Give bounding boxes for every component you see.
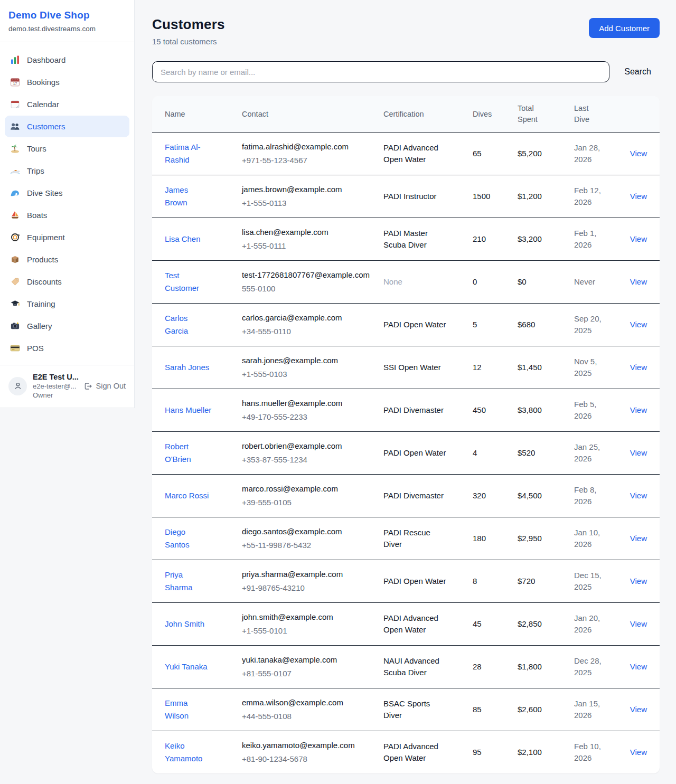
certification-cell: PADI Instructor bbox=[383, 175, 473, 218]
dives-cell: 95 bbox=[473, 731, 518, 774]
dives-cell: 1500 bbox=[473, 175, 518, 218]
view-link[interactable]: View bbox=[630, 491, 647, 500]
palm-island-icon bbox=[10, 144, 20, 154]
column-header-last-dive: Last Dive bbox=[574, 96, 625, 133]
contact-cell: priya.sharma@example.com +91-98765-43210 bbox=[242, 560, 383, 603]
customers-table: Name Contact Certification Dives Total S… bbox=[152, 96, 660, 773]
view-link[interactable]: View bbox=[630, 234, 647, 243]
customer-name-link[interactable]: Priya Sharma bbox=[165, 569, 212, 594]
search-button[interactable]: Search bbox=[624, 67, 651, 77]
certification-text: PADI Divemaster bbox=[383, 490, 444, 502]
sidebar-item-dashboard[interactable]: Dashboard bbox=[5, 49, 129, 71]
sidebar-item-calendar[interactable]: Calendar bbox=[5, 93, 129, 115]
last-dive-cell: Nov 5, 2025 bbox=[574, 346, 625, 389]
customer-name-link[interactable]: Hans Mueller bbox=[165, 404, 211, 417]
last-dive-cell: Feb 1, 2026 bbox=[574, 218, 625, 261]
certification-text: PADI Open Water bbox=[383, 575, 446, 588]
sidebar-item-tours[interactable]: Tours bbox=[5, 138, 129, 159]
view-link[interactable]: View bbox=[630, 192, 647, 201]
customer-name-link[interactable]: Carlos Garcia bbox=[165, 312, 212, 337]
sign-out-button[interactable]: Sign Out bbox=[83, 382, 126, 391]
total-spent-cell: $720 bbox=[518, 560, 574, 603]
view-link[interactable]: View bbox=[630, 405, 647, 414]
customer-name-link[interactable]: John Smith bbox=[165, 618, 204, 630]
dives-cell: 8 bbox=[473, 560, 518, 603]
bookings-calendar-icon: 17 bbox=[10, 77, 20, 87]
sidebar-item-pos[interactable]: POS bbox=[5, 337, 129, 359]
certification-cell: PADI Advanced Open Water bbox=[383, 133, 473, 175]
table-row: Hans Mueller hans.mueller@example.com +4… bbox=[152, 389, 660, 432]
view-link[interactable]: View bbox=[630, 534, 647, 543]
view-link[interactable]: View bbox=[630, 320, 647, 329]
add-customer-button[interactable]: Add Customer bbox=[589, 18, 660, 38]
sidebar-item-customers[interactable]: Customers bbox=[5, 116, 129, 137]
sidebar-item-products[interactable]: Products bbox=[5, 249, 129, 270]
total-spent-cell: $0 bbox=[518, 261, 574, 304]
table-row: Keiko Yamamoto keiko.yamamoto@example.co… bbox=[152, 731, 660, 774]
customer-name-link[interactable]: Emma Wilson bbox=[165, 697, 212, 722]
table-row: Marco Rossi marco.rossi@example.com +39-… bbox=[152, 475, 660, 517]
customer-name-link[interactable]: Sarah Jones bbox=[165, 361, 209, 374]
table-row: Fatima Al-Rashid fatima.alrashid@example… bbox=[152, 133, 660, 175]
contact-cell: diego.santos@example.com +55-11-99876-54… bbox=[242, 517, 383, 560]
customer-name-link[interactable]: Keiko Yamamoto bbox=[165, 740, 212, 765]
sidebar-item-label: Dive Sites bbox=[27, 188, 63, 197]
total-spent-cell: $3,200 bbox=[518, 218, 574, 261]
dives-cell: 28 bbox=[473, 646, 518, 688]
total-spent-cell: $520 bbox=[518, 432, 574, 475]
certification-cell: PADI Advanced Open Water bbox=[383, 731, 473, 774]
view-link[interactable]: View bbox=[630, 277, 647, 286]
dives-cell: 180 bbox=[473, 517, 518, 560]
view-link[interactable]: View bbox=[630, 748, 647, 757]
contact-cell: lisa.chen@example.com +1-555-0111 bbox=[242, 218, 383, 261]
view-link[interactable]: View bbox=[630, 577, 647, 585]
view-link[interactable]: View bbox=[630, 448, 647, 457]
column-header-actions bbox=[625, 96, 660, 133]
view-link[interactable]: View bbox=[630, 149, 647, 158]
sidebar-item-label: Tours bbox=[27, 144, 46, 153]
sign-out-label: Sign Out bbox=[96, 382, 126, 390]
sidebar-item-gallery[interactable]: Gallery bbox=[5, 315, 129, 337]
customer-name-link[interactable]: James Brown bbox=[165, 184, 212, 209]
sidebar-item-dive-sites[interactable]: Dive Sites bbox=[5, 182, 129, 204]
customer-name-link[interactable]: Marco Rossi bbox=[165, 489, 209, 502]
page-header: Customers 15 total customers Add Custome… bbox=[152, 16, 660, 46]
sidebar-item-trips[interactable]: Trips bbox=[5, 160, 129, 182]
certification-text: PADI Divemaster bbox=[383, 404, 444, 417]
sidebar-item-label: Boats bbox=[27, 211, 47, 220]
customer-name-link[interactable]: Diego Santos bbox=[165, 526, 212, 551]
sidebar-item-bookings[interactable]: 17 Bookings bbox=[5, 71, 129, 93]
last-dive-cell: Never bbox=[574, 261, 625, 304]
customer-name-link[interactable]: Yuki Tanaka bbox=[165, 660, 208, 673]
view-link[interactable]: View bbox=[630, 619, 647, 628]
customer-phone: 555-0100 bbox=[242, 283, 375, 295]
certification-cell: NAUI Advanced Scuba Diver bbox=[383, 646, 473, 688]
last-dive-cell: Feb 12, 2026 bbox=[574, 175, 625, 218]
view-link[interactable]: View bbox=[630, 363, 647, 372]
sidebar-item-label: Equipment bbox=[27, 233, 65, 242]
customer-name-link[interactable]: Fatima Al-Rashid bbox=[165, 141, 212, 166]
customer-email: priya.sharma@example.com bbox=[242, 569, 375, 581]
sidebar-item-training[interactable]: Training bbox=[5, 293, 129, 315]
customer-name-link[interactable]: Robert O'Brien bbox=[165, 440, 212, 466]
sidebar-item-equipment[interactable]: Equipment bbox=[5, 226, 129, 248]
view-link[interactable]: View bbox=[630, 705, 647, 714]
last-dive-cell: Jan 28, 2026 bbox=[574, 133, 625, 175]
customer-phone: +81-555-0107 bbox=[242, 668, 375, 680]
sidebar-item-discounts[interactable]: Discounts bbox=[5, 271, 129, 292]
sidebar-item-boats[interactable]: Boats bbox=[5, 204, 129, 226]
customer-email: fatima.alrashid@example.com bbox=[242, 141, 375, 153]
total-spent-cell: $3,800 bbox=[518, 389, 574, 432]
sidebar-item-label: Bookings bbox=[27, 78, 60, 87]
last-dive-cell: Jan 10, 2026 bbox=[574, 517, 625, 560]
search-input[interactable] bbox=[152, 61, 609, 82]
view-link[interactable]: View bbox=[630, 662, 647, 671]
customer-phone: +34-555-0110 bbox=[242, 326, 375, 338]
customer-phone: +55-11-99876-5432 bbox=[242, 540, 375, 552]
customer-name-link[interactable]: Lisa Chen bbox=[165, 233, 201, 245]
customer-name-link[interactable]: Test Customer bbox=[165, 269, 212, 295]
column-header-dives: Dives bbox=[473, 96, 518, 133]
table-row: Yuki Tanaka yuki.tanaka@example.com +81-… bbox=[152, 646, 660, 688]
table-row: Emma Wilson emma.wilson@example.com +44-… bbox=[152, 688, 660, 731]
contact-cell: fatima.alrashid@example.com +971-55-123-… bbox=[242, 133, 383, 175]
